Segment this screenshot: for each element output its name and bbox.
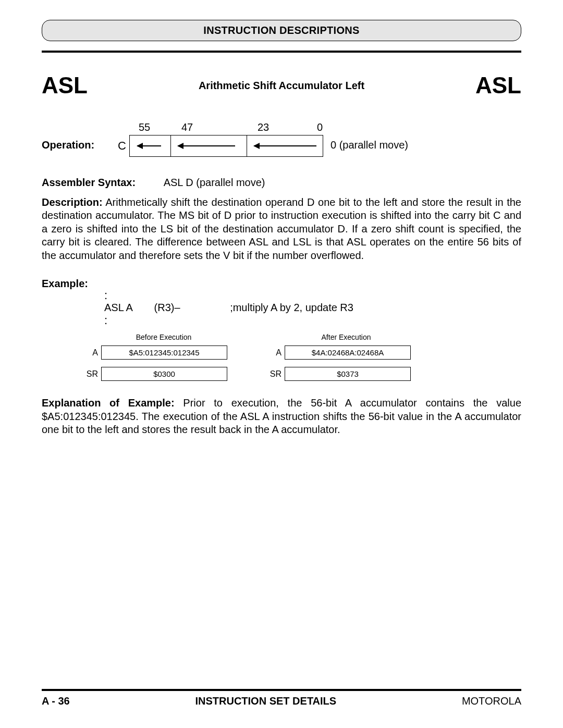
before-sr-value: $0300 <box>101 367 227 381</box>
mnemonic-right: ASL <box>475 72 521 98</box>
reg-sr-label: SR <box>256 369 285 379</box>
assembler-value: ASL D (parallel move) <box>164 177 265 188</box>
example-instr: ASL A <box>104 301 151 315</box>
bit-label-0: 0 <box>317 121 323 133</box>
operation-label: Operation: <box>42 139 94 151</box>
footer-rule <box>42 689 521 691</box>
arrow-icon <box>254 145 316 146</box>
footer-vendor: MOTOROLA <box>462 695 521 707</box>
description-label: Description: <box>42 196 103 208</box>
after-sr-value: $0373 <box>285 367 411 381</box>
reg-a-label: A <box>256 348 285 357</box>
assembler-syntax: Assembler Syntax: ASL D (parallel move) <box>42 177 521 189</box>
reg-sr-label: SR <box>73 369 101 379</box>
bit-label-23: 23 <box>258 121 269 133</box>
ellipsis: : <box>104 290 521 301</box>
example-comment: ;multiply A by 2, update R3 <box>230 302 353 313</box>
bit-label-55: 55 <box>139 121 150 133</box>
before-a-value: $A5:012345:012345 <box>101 346 227 360</box>
page: INSTRUCTION DESCRIPTIONS ASL Arithmetic … <box>0 0 563 728</box>
arrow-icon <box>178 145 235 146</box>
page-footer: A - 36 INSTRUCTION SET DETAILS MOTOROLA <box>42 689 521 707</box>
example-label: Example: <box>42 278 521 290</box>
operation-diagram: Operation: C 55 47 23 0 0 (parallel move… <box>42 125 521 166</box>
bit-label-47: 47 <box>181 121 193 133</box>
top-rule <box>42 51 521 53</box>
description-block: Description: Arithmetically shift the de… <box>42 196 521 262</box>
explanation-block: Explanation of Example: Prior to executi… <box>42 397 521 436</box>
ellipsis: : <box>104 315 521 326</box>
example-code-line: ASL A (R3)– ;multiply A by 2, update R3 <box>104 301 521 315</box>
footer-section: INSTRUCTION SET DETAILS <box>195 695 336 707</box>
register-box <box>129 135 323 157</box>
example-block: Example: : ASL A (R3)– ;multiply A by 2,… <box>42 278 521 381</box>
header-title: INSTRUCTION DESCRIPTIONS <box>203 24 359 36</box>
execution-table: Before Execution After Execution A $A5:0… <box>73 333 521 381</box>
assembler-label: Assembler Syntax: <box>42 177 136 188</box>
after-exec-header: After Execution <box>284 333 409 341</box>
mnemonic-left: ASL <box>42 72 88 98</box>
explanation-label: Explanation of Example: <box>42 397 175 409</box>
instruction-name: Arithmetic Shift Accumulator Left <box>199 80 364 92</box>
instruction-title-row: ASL Arithmetic Shift Accumulator Left AS… <box>42 72 521 98</box>
page-number: A - 36 <box>42 695 70 707</box>
reg-a-label: A <box>73 348 101 357</box>
parallel-move-note: 0 (parallel move) <box>331 139 408 151</box>
header-box: INSTRUCTION DESCRIPTIONS <box>42 20 521 41</box>
before-exec-header: Before Execution <box>101 333 226 341</box>
description-text: Arithmetically shift the destination ope… <box>42 196 521 261</box>
carry-label: C <box>118 139 126 153</box>
example-operand: (R3)– <box>154 301 227 315</box>
after-a-value: $4A:02468A:02468A <box>285 346 411 360</box>
arrow-icon <box>137 145 161 146</box>
